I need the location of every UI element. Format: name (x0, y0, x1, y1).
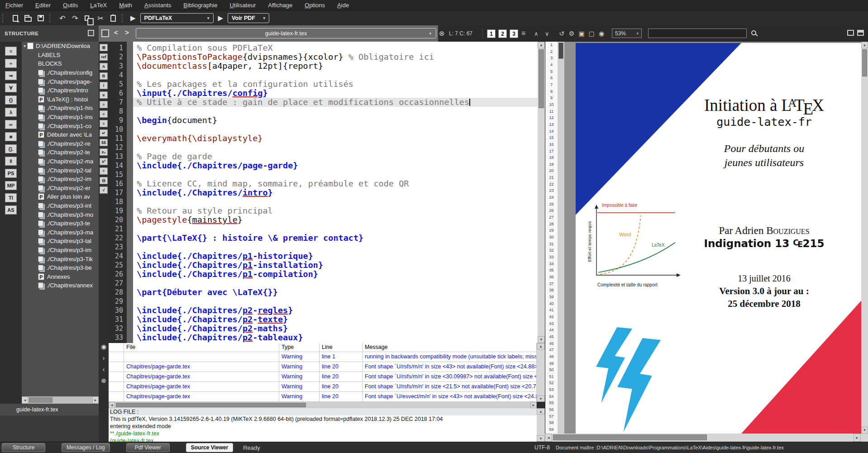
code-line[interactable]: % Licence CC, mind map, sommaire, préamb… (133, 179, 538, 188)
structure-tree-item[interactable]: ./Chapitres/p2-tal (22, 166, 99, 175)
code-line[interactable] (133, 279, 538, 288)
rotate-icon[interactable]: ↺ (557, 30, 567, 37)
code-line[interactable]: \everymath{\displaystyle} (133, 134, 538, 143)
scroll-up-icon[interactable]: ▲ (861, 42, 868, 48)
structure-tree-item[interactable]: ./Chapitres/p3-be (22, 263, 99, 272)
zoom-select[interactable]: 53% ▾ (612, 29, 642, 38)
scroll-down-icon[interactable]: ▼ (537, 396, 545, 402)
structure-tree-item[interactable]: LABELS (22, 51, 99, 60)
metapost-tab[interactable]: MP (5, 181, 17, 190)
scroll-left-icon[interactable]: ◄ (545, 434, 552, 442)
code-line[interactable] (133, 125, 538, 134)
structure-tree-item[interactable]: PDébuter avec \La (22, 130, 99, 139)
statusbar-tab-messages-log[interactable]: Messages / Log (62, 443, 110, 452)
log-vscrollbar[interactable]: ▲ ▼ (537, 408, 545, 442)
menu-item-aide[interactable]: Aide (337, 2, 349, 9)
statusbar-tab-pdf-viewer[interactable]: Pdf Viewer (126, 443, 170, 452)
code-line[interactable] (133, 197, 538, 206)
statusbar-tab-source-viewer[interactable]: Source Viewer (186, 443, 234, 452)
pdf-hscrollbar[interactable]: ◄ ► (545, 434, 868, 442)
next-page-button[interactable]: ∨ (545, 25, 549, 42)
redo-button[interactable]: ↷ (69, 12, 81, 24)
code-line[interactable] (133, 71, 538, 80)
code-line[interactable] (133, 143, 538, 152)
stop-process-icon[interactable]: ⊗ (101, 377, 106, 388)
open-file-item[interactable]: guide-latex-fr.tex (0, 404, 99, 415)
structure-tree-item[interactable]: ./Chapitres/p3-ma (22, 228, 99, 237)
tikz-tab[interactable]: TI (5, 193, 17, 202)
structure-view-tab[interactable]: ≡ (5, 47, 17, 56)
run-view-button[interactable]: ▶ (218, 14, 224, 22)
pstricks-tab[interactable]: PS (5, 169, 17, 178)
page-layout-button-2[interactable]: 2 (498, 29, 507, 38)
scroll-down-icon[interactable]: ▼ (537, 435, 545, 442)
fit-page-icon[interactable]: ▣ (577, 30, 587, 37)
structure-tree-item[interactable]: ./Chapitres/p1-his (22, 104, 99, 113)
structure-tree-item[interactable]: ./Chapitres/p3-im (22, 246, 99, 255)
pdf-gutter-scrollbar[interactable] (558, 42, 564, 434)
bold-icon[interactable]: B (100, 72, 108, 80)
most-used-tab[interactable]: ∗ (5, 132, 17, 141)
presentation-icon[interactable]: ◉ (596, 30, 606, 37)
math-mode-icon[interactable]: $$ (100, 139, 108, 146)
structure-tree-item[interactable]: P\LaTeX{} : histoi (22, 95, 99, 104)
messages-hscrollbar[interactable]: ◄ ► (109, 402, 537, 408)
structure-tree-item[interactable]: ./Chapitres/annex (22, 281, 99, 290)
structure-tree-item[interactable]: PAller plus loin av (22, 192, 99, 201)
structure-tree-item[interactable]: ▾D:\ADRIEN\Downloa (22, 42, 99, 51)
structure-tree-item[interactable]: ./Chapitres/p2-ma (22, 157, 99, 166)
message-row[interactable]: Chapitres/page-garde.texWarningline 20Fo… (109, 362, 537, 372)
structure-tree-item[interactable]: PAnnexes (22, 272, 99, 281)
copy-button[interactable] (82, 12, 94, 24)
code-line[interactable] (133, 297, 538, 306)
pdf-vscrollbar[interactable]: ▲ ▼ (861, 42, 868, 434)
scroll-up-icon[interactable]: ▲ (537, 343, 545, 349)
code-line[interactable]: \include{./Chapitres/p2-maths} (133, 324, 538, 333)
compiler-select[interactable]: PDFLaTeX ▾ (140, 13, 214, 23)
accents-tab[interactable]: x̂ (5, 157, 17, 166)
menu-item-math[interactable]: Math (119, 2, 132, 9)
structure-tree-item[interactable]: ./Chapitres/p1-ins (22, 113, 99, 122)
menu-item-outils[interactable]: Outils (63, 2, 78, 9)
code-line[interactable]: \include{./Chapitres/page-garde} (133, 161, 538, 170)
code-line[interactable]: % Compilation sous PDFLaTeX (133, 43, 538, 52)
menu-item-latex[interactable]: LaTeX (90, 2, 107, 9)
scrollbar-thumb[interactable] (116, 403, 306, 407)
save-button[interactable] (35, 12, 47, 24)
structure-hscrollbar[interactable]: ◄ ► (22, 396, 99, 404)
misc-math-tab[interactable]: ∞ (5, 120, 17, 129)
relation-symbols-tab[interactable]: ÷ (5, 59, 17, 68)
menu-item-bibliographie[interactable]: Bibliographie (183, 2, 217, 9)
menu-item-affichage[interactable]: Affichage (268, 2, 292, 9)
menu-item-fichier[interactable]: Fichier (5, 2, 23, 9)
scroll-left-icon[interactable]: ◄ (109, 402, 115, 408)
menu-item-utilisateur[interactable]: Utilisateur (229, 2, 256, 9)
structure-tree-item[interactable]: ./Chapitres/p2-re (22, 139, 99, 148)
code-line[interactable] (133, 224, 538, 234)
paste-button[interactable] (107, 12, 119, 24)
structure-tree-item[interactable]: ./Chapitres/p3-tal (22, 237, 99, 246)
code-line[interactable]: \include{./Chapitres/p2-regles} (133, 306, 538, 315)
editor-vscrollbar[interactable]: ▲ ▼ (538, 42, 545, 343)
add-block-icon[interactable]: ⊞ (100, 44, 108, 51)
code-line[interactable]: \include{./Chapitres/intro} (133, 188, 538, 197)
structure-tree-item[interactable]: ./Chapitres/p2-im (22, 175, 99, 184)
close-document-button[interactable]: ⊗ (439, 25, 445, 42)
scroll-right-icon[interactable]: ► (92, 396, 99, 404)
code-line[interactable]: \include{./Chapitres/p1-compilation} (133, 270, 538, 279)
scrollbar-thumb[interactable] (558, 43, 563, 59)
view-select[interactable]: Voir PDF ▾ (228, 13, 269, 23)
next-document-button[interactable]: > (125, 29, 129, 36)
delimiters-tab[interactable]: {} (5, 95, 17, 105)
page-layout-button-1[interactable]: 1 (487, 29, 496, 38)
statusbar-tab-structure[interactable]: Structure (2, 443, 45, 452)
scroll-left-icon[interactable]: ◄ (22, 396, 28, 404)
viewer-search-input[interactable] (648, 29, 747, 38)
emph-icon[interactable]: e (100, 91, 108, 99)
scroll-up-icon[interactable]: ▲ (537, 408, 545, 415)
toc-icon[interactable]: ≡ (521, 25, 525, 42)
code-line[interactable]: % Les packages et la configuration utili… (133, 80, 538, 89)
code-line[interactable]: \include{./Chapitres/p2-tableaux} (133, 333, 538, 342)
search-icon[interactable] (751, 30, 756, 35)
message-row[interactable]: Chapitres/page-garde.texWarningline 20Fo… (109, 392, 537, 402)
